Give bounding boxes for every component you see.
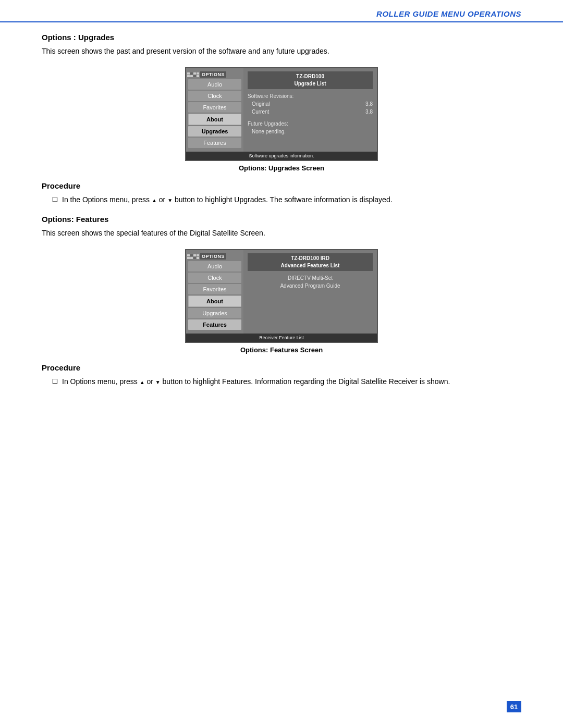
remote-btn — [187, 75, 190, 77]
features-menu-clock: Clock — [188, 273, 241, 283]
features-menu-panel: OPTIONS Audio Clock Favorites About Upgr… — [186, 250, 243, 334]
features-procedure-list: In Options menu, press or button to high… — [42, 376, 521, 387]
remote-btn — [187, 254, 190, 256]
options-label-area: OPTIONS — [186, 71, 243, 78]
features-screen: OPTIONS Audio Clock Favorites About Upgr… — [185, 249, 378, 343]
features-menu-about: About — [188, 295, 241, 307]
features-step-1: In Options menu, press or button to high… — [52, 376, 521, 387]
menu-item-features: Features — [188, 138, 241, 148]
features-panel-header: TZ-DRD100 IRD Advanced Features List — [248, 253, 373, 271]
remote-btn — [193, 72, 196, 75]
remote-btn — [193, 257, 196, 259]
features-options-label-area: OPTIONS — [186, 253, 243, 260]
features-menu-features: Features — [188, 319, 241, 330]
features-menu-upgrades: Upgrades — [188, 308, 241, 318]
page-header: Roller Guide Menu Operations — [0, 0, 563, 22]
upgrades-step-1: In the Options menu, press or button to … — [52, 194, 521, 205]
features-panel-content: DIRECTV Multi-Set Advanced Program Guide — [248, 273, 373, 329]
remote-btn — [197, 75, 199, 77]
remote-btn — [193, 254, 196, 256]
page-number: 61 — [507, 701, 521, 712]
remote-btn — [187, 72, 190, 75]
features-arrow-down-icon — [155, 377, 161, 386]
features-arrow-up-icon — [140, 377, 145, 386]
upgrades-panel-header: TZ-DRD100 Upgrade List — [248, 71, 373, 89]
upgrades-panel-content: Software Revisions: Original 3.8 Current… — [248, 92, 373, 147]
features-procedure-heading: Procedure — [42, 363, 521, 372]
options-text: OPTIONS — [200, 71, 226, 78]
remote-btn — [190, 72, 193, 75]
upgrades-body: This screen shows the past and present v… — [42, 46, 521, 57]
menu-item-clock: Clock — [188, 91, 241, 101]
features-item-1: DIRECTV Multi-Set Advanced Program Guide — [248, 273, 373, 291]
features-screenshot: OPTIONS Audio Clock Favorites About Upgr… — [42, 249, 521, 354]
features-procedure: Procedure In Options menu, press or butt… — [42, 363, 521, 387]
remote-btn — [190, 75, 193, 77]
remote-btn — [187, 257, 190, 259]
upgrades-status-bar: Software upgrades information. — [186, 152, 377, 160]
upgrades-procedure: Procedure In the Options menu, press or … — [42, 181, 521, 205]
upgrades-menu-panel: OPTIONS Audio Clock Favorites About Upgr… — [186, 68, 243, 152]
future-upgrades-value: None pending. — [248, 128, 373, 135]
remote-btn — [193, 75, 196, 77]
page-container: Roller Guide Menu Operations Options : U… — [0, 0, 563, 728]
software-revisions-label: Software Revisions: — [248, 92, 373, 100]
menu-item-favorites: Favorites — [188, 102, 241, 113]
upgrades-procedure-heading: Procedure — [42, 181, 521, 190]
future-upgrades-label: Future Upgrades: — [248, 120, 373, 128]
remote-icon — [187, 72, 199, 77]
header-title: Roller Guide Menu Operations — [376, 9, 521, 18]
upgrades-screen: OPTIONS Audio Clock Favorites About Upgr… — [185, 67, 378, 161]
remote-btn — [190, 257, 193, 259]
upgrades-procedure-list: In the Options menu, press or button to … — [42, 194, 521, 205]
features-caption: Options: Features Screen — [240, 346, 323, 354]
features-remote-icon — [187, 254, 199, 259]
remote-btn — [190, 254, 193, 256]
features-section: Options: Features This screen shows the … — [42, 215, 521, 354]
upgrades-screenshot: OPTIONS Audio Clock Favorites About Upgr… — [42, 67, 521, 172]
arrow-down-icon — [167, 195, 173, 204]
features-info-panel: TZ-DRD100 IRD Advanced Features List DIR… — [243, 250, 377, 334]
upgrades-caption: Options: Upgrades Screen — [239, 164, 324, 172]
remote-btn — [197, 72, 199, 75]
remote-btn — [197, 257, 199, 259]
upgrades-info-panel: TZ-DRD100 Upgrade List Software Revision… — [243, 68, 377, 152]
features-heading: Options: Features — [42, 215, 521, 224]
current-row: Current 3.8 — [248, 108, 373, 116]
upgrades-heading: Options : Upgrades — [42, 33, 521, 42]
features-menu-audio: Audio — [188, 261, 241, 272]
menu-item-about: About — [188, 114, 241, 125]
features-options-text: OPTIONS — [200, 253, 226, 260]
menu-item-upgrades: Upgrades — [188, 126, 241, 137]
features-status-bar: Receiver Feature List — [186, 334, 377, 342]
remote-btn — [197, 254, 199, 256]
menu-item-audio: Audio — [188, 79, 241, 90]
original-row: Original 3.8 — [248, 100, 373, 108]
features-menu-favorites: Favorites — [188, 284, 241, 294]
content-area: Options : Upgrades This screen shows the… — [0, 22, 563, 417]
features-body: This screen shows the special features o… — [42, 228, 521, 239]
arrow-up-icon — [152, 195, 157, 204]
upgrades-section: Options : Upgrades This screen shows the… — [42, 33, 521, 172]
